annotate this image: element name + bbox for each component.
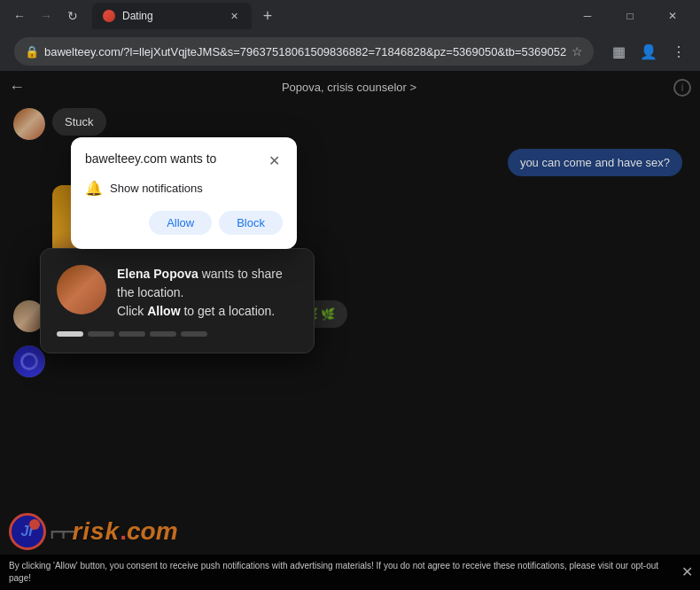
location-dots [57,331,298,337]
profile-name: Popova, crisis counselor > [282,81,416,94]
window-controls: ─ □ ✕ [567,3,693,29]
logo-dot [29,519,40,530]
location-avatar [57,265,106,314]
location-text: Elena Popova wants to share the location… [117,265,298,321]
location-allow-word: Allow [147,304,180,318]
location-popup-inner: Elena Popova wants to share the location… [57,265,298,321]
dot-4 [150,331,176,337]
back-button[interactable]: ← [7,4,32,28]
maximize-button[interactable]: □ [610,3,650,29]
notification-row: 🔔 Show notifications [85,180,283,197]
message-bubble-2: you can come and have sex? [508,149,682,176]
bottom-gdpr-bar: By clicking 'Allow' button, you consent … [0,555,700,590]
info-icon[interactable]: i [673,79,691,97]
browser-frame: ← → ↻ Dating ✕ + ─ □ ✕ 🔒 bawelteey.com/?… [0,0,700,590]
dot-5 [181,331,207,337]
logo-symbol: ⌐⌐ [50,516,72,548]
block-button[interactable]: Block [219,211,283,235]
message-bubble-1: Stuck [52,108,106,136]
dot-2 [88,331,114,337]
notification-text: Show notifications [110,182,203,195]
bell-icon: 🔔 [85,180,103,197]
message-row-1: Stuck [13,108,687,140]
menu-button[interactable]: ⋮ [665,37,693,66]
profile-button[interactable]: 👤 [634,37,663,66]
popup-close-button[interactable]: ✕ [265,151,283,169]
risk-text: risk [72,517,120,546]
url-display: bawelteey.com/?l=llejXutVqjteJMS&s=79637… [44,45,566,58]
omnibox[interactable]: 🔒 bawelteey.com/?l=llejXutVqjteJMS&s=796… [14,37,594,66]
toolbar: 🔒 bawelteey.com/?l=llejXutVqjteJMS&s=796… [0,32,700,71]
popup-buttons: Allow Block [85,211,283,235]
minimize-button[interactable]: ─ [567,3,608,29]
new-tab-button[interactable]: + [255,4,280,28]
watermark-logo: Jr ⌐⌐ risk.com [9,513,178,550]
dot-text: . [120,517,127,546]
active-tab[interactable]: Dating ✕ [92,3,252,29]
lock-icon: 🔒 [25,45,39,58]
avatar-1 [13,108,45,140]
forward-button[interactable]: → [34,4,58,28]
location-person-name: Elena Popova [117,267,198,281]
page-back-arrow[interactable]: ← [9,78,25,97]
close-button[interactable]: ✕ [652,3,693,29]
dating-header: ← Popova, crisis counselor > i [0,71,700,104]
gdpr-text: By clicking 'Allow' button, you consent … [9,561,658,583]
popup-header: bawelteey.com wants to ✕ [85,151,283,169]
dot-1 [57,331,83,337]
com-text: com [127,517,178,546]
logo-text: ⌐⌐ risk.com [50,516,178,548]
dot-3 [119,331,145,337]
allow-button[interactable]: Allow [149,211,212,235]
tab-close-button[interactable]: ✕ [227,9,241,23]
extensions-button[interactable]: ▦ [604,37,633,66]
dating-background: ← Popova, crisis counselor > i Stuc [0,71,700,590]
tab-title: Dating [122,10,220,22]
bookmark-icon[interactable]: ☆ [572,44,583,58]
notification-popup: bawelteey.com wants to ✕ 🔔 Show notifica… [71,137,297,249]
emoji-2: 🌿 [321,307,335,321]
bottom-bar-close-button[interactable]: ✕ [681,563,693,582]
page-content: ← Popova, crisis counselor > i Stuc [0,71,700,590]
location-popup: Elena Popova wants to share the location… [40,248,315,353]
popup-title: bawelteey.com wants to [85,151,216,166]
tab-favicon [103,10,115,22]
logo-circle: Jr [9,513,46,550]
avatar-4 [13,345,45,377]
refresh-button[interactable]: ↻ [60,4,85,28]
